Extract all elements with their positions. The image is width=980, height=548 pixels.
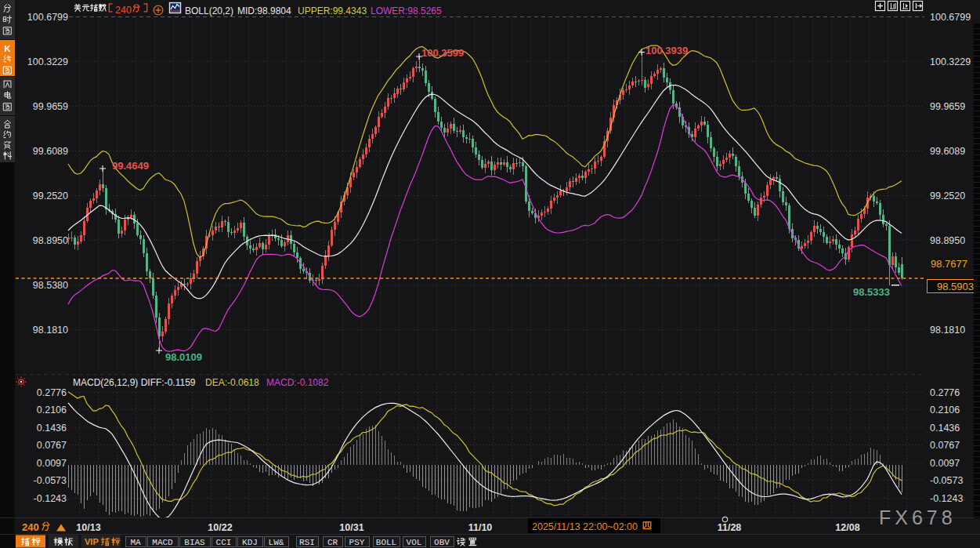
svg-text:-0.0573: -0.0573 [34,475,67,486]
svg-text:98.7677: 98.7677 [931,258,967,270]
svg-text:0.1436: 0.1436 [930,423,960,434]
svg-text:240: 240 [22,521,39,533]
svg-text:100.3229: 100.3229 [27,56,68,67]
svg-text:98.5903: 98.5903 [937,281,974,292]
svg-text:PSY: PSY [349,538,365,547]
svg-text:10/31: 10/31 [339,522,363,533]
svg-text:MA: MA [130,538,141,547]
svg-text:MACD: MACD [152,538,173,547]
svg-text:240: 240 [115,5,132,16]
svg-text:-0.1243: -0.1243 [34,493,67,504]
svg-text:98.1810: 98.1810 [930,325,965,336]
svg-text:0.2776: 0.2776 [930,387,960,398]
svg-text:-0.1243: -0.1243 [930,493,963,504]
svg-text:98.1810: 98.1810 [33,325,68,336]
svg-text:UPPER:99.4343: UPPER:99.4343 [298,5,367,16]
svg-text:98.0109: 98.0109 [165,351,202,363]
svg-text:0.0767: 0.0767 [930,440,960,451]
svg-text:100.3939: 100.3939 [645,45,688,56]
svg-text:CR: CR [327,538,338,547]
svg-text:12/08: 12/08 [835,522,859,533]
svg-text:LOWER:98.5265: LOWER:98.5265 [371,5,442,16]
svg-text:99.2520: 99.2520 [930,191,965,201]
svg-text:99.2520: 99.2520 [33,191,68,201]
svg-text:2025/11/13 22:00~02:00: 2025/11/13 22:00~02:00 [532,521,638,532]
svg-text:0.2106: 0.2106 [37,405,67,416]
svg-text:FX678: FX678 [879,506,956,528]
svg-text:0.2776: 0.2776 [37,387,67,398]
svg-text:99.6089: 99.6089 [33,146,68,157]
svg-text:99.4649: 99.4649 [112,160,149,172]
svg-text:98.5380: 98.5380 [33,280,68,291]
svg-text:100.3229: 100.3229 [930,56,971,67]
svg-text:BOLL(20,2): BOLL(20,2) [185,5,233,16]
svg-text:LW&: LW& [269,538,284,547]
svg-text:0.1436: 0.1436 [37,423,67,434]
svg-text:BIAS: BIAS [184,538,205,547]
svg-text:MID:98.9804: MID:98.9804 [237,5,291,16]
svg-text:99.9659: 99.9659 [33,101,68,112]
svg-text:98.5333: 98.5333 [853,286,890,298]
svg-text:0.0097: 0.0097 [930,458,960,469]
svg-text:CCI: CCI [216,538,232,547]
svg-text:99.9659: 99.9659 [930,101,965,112]
svg-text:10/13: 10/13 [76,522,100,533]
svg-text:10/22: 10/22 [208,522,232,533]
svg-text:98.8950: 98.8950 [33,235,68,246]
svg-text:DEA:-0.0618: DEA:-0.0618 [205,377,259,388]
svg-text:11/10: 11/10 [468,522,493,533]
svg-text:100.3599: 100.3599 [421,47,464,59]
svg-text:100.6799: 100.6799 [27,12,68,23]
svg-text:98.8950: 98.8950 [930,235,965,246]
svg-text:MACD(26,12,9) DIFF:-0.1159: MACD(26,12,9) DIFF:-0.1159 [73,377,196,388]
svg-text:0.0097: 0.0097 [37,458,67,469]
svg-text:100.6799: 100.6799 [930,12,971,23]
svg-text:MACD:-0.1082: MACD:-0.1082 [266,377,329,388]
svg-text:0.0767: 0.0767 [37,440,67,451]
svg-text:99.6089: 99.6089 [930,146,965,157]
svg-text:BOLL: BOLL [376,538,396,547]
svg-text:VIP: VIP [85,537,99,546]
svg-text:K: K [5,44,11,53]
svg-text:RSI: RSI [299,538,315,547]
svg-text:0.2106: 0.2106 [930,405,960,416]
svg-text:11/28: 11/28 [718,522,742,533]
svg-text:KDJ: KDJ [242,538,258,547]
svg-text:VOL: VOL [407,538,422,547]
svg-text:OBV: OBV [434,538,450,547]
svg-text:-0.0573: -0.0573 [930,475,963,486]
